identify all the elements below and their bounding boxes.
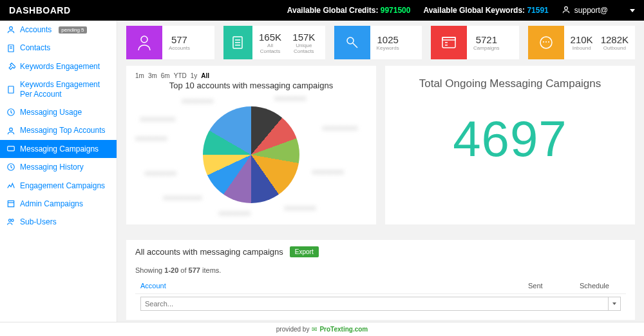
- topbar: DASHBOARD Available Global Credits: 9971…: [0, 0, 644, 21]
- range-6m[interactable]: 6m: [161, 72, 170, 79]
- col-schedule[interactable]: Schedule: [574, 278, 626, 294]
- sidebar-item-sub-users[interactable]: Sub-Users: [0, 213, 117, 231]
- stat-label: Outbound: [601, 45, 629, 51]
- pie-chart[interactable]: [203, 106, 299, 203]
- ongoing-title: Total Ongoing Messaging Campaigns: [419, 77, 601, 90]
- stat-icon: [223, 26, 253, 59]
- stat-value: 577: [169, 34, 190, 45]
- stat-label: Accounts: [169, 45, 190, 51]
- stat-icon: [126, 26, 162, 59]
- pie-chart-wrap: xxxxxxxxx xxxxxxxxx xxxxxxxxxx xxxxxxxxx…: [135, 90, 367, 219]
- svg-point-13: [141, 36, 147, 43]
- ongoing-value: 4697: [453, 110, 567, 168]
- svg-rect-10: [8, 201, 14, 206]
- sidebar: Accountspending 5ContactsKeywords Engage…: [0, 21, 117, 322]
- nav-label: Messaging Campaigns: [20, 144, 99, 153]
- showing-text: Showing 1-20 of 577 items.: [135, 266, 626, 274]
- nav-label: Messaging Usage: [20, 108, 82, 117]
- range-YTD[interactable]: YTD: [174, 72, 187, 79]
- stat-label: Unique Contacts: [289, 43, 319, 54]
- nav-label: Contacts: [20, 43, 50, 52]
- sidebar-item-messaging-history[interactable]: Messaging History: [0, 158, 117, 176]
- col-account[interactable]: Account: [135, 278, 523, 294]
- user-name: support@: [574, 6, 608, 15]
- ongoing-card: Total Ongoing Messaging Campaigns 4697: [385, 66, 635, 224]
- svg-point-7: [10, 128, 13, 131]
- stat-teal[interactable]: 165KAll Contacts157KUnique Contacts: [223, 26, 325, 59]
- nav-icon: [6, 62, 15, 71]
- stat-value: 1025: [377, 34, 399, 45]
- nav-label: Engagement Campaigns: [20, 181, 105, 190]
- global-keywords: Available Global Keywords: 71591: [423, 6, 548, 15]
- svg-point-12: [12, 219, 14, 222]
- stat-icon: [431, 26, 467, 59]
- stat-label: Keywords: [377, 45, 399, 51]
- svg-point-18: [347, 37, 354, 44]
- footer: provided by ✉ ProTexting.com: [0, 322, 644, 336]
- svg-line-19: [353, 43, 357, 48]
- nav-label: Messaging History: [20, 163, 84, 172]
- sidebar-item-messaging-top-accounts[interactable]: Messaging Top Accounts: [0, 121, 117, 139]
- stat-label: All Contacts: [259, 43, 281, 54]
- stat-orange[interactable]: 210KInbound1282KOutbound: [528, 26, 635, 59]
- nav-label: Messaging Top Accounts: [20, 126, 106, 135]
- nav-label: Keywords Engagement: [20, 62, 100, 71]
- nav-icon: [6, 85, 15, 94]
- footer-brand[interactable]: ProTexting.com: [319, 326, 368, 333]
- accounts-table-card: All accounts with messaging campaigns Ex…: [126, 240, 635, 320]
- pie-title: Top 10 accounts with messaging campaigns: [135, 81, 367, 90]
- range-3m[interactable]: 3m: [148, 72, 157, 79]
- nav-icon: [6, 126, 15, 135]
- nav-label: Sub-Users: [20, 217, 57, 226]
- sidebar-item-messaging-usage[interactable]: Messaging Usage: [0, 103, 117, 121]
- pie-card: 1m3m6mYTD1yAll Top 10 accounts with mess…: [126, 66, 376, 224]
- svg-rect-21: [442, 37, 455, 40]
- stat-value: 1282K: [601, 34, 629, 45]
- pt-logo-icon: ✉: [312, 326, 317, 333]
- nav-icon: [6, 144, 15, 153]
- nav-icon: [6, 181, 15, 190]
- svg-point-1: [10, 27, 13, 30]
- search-input[interactable]: [140, 297, 609, 311]
- stat-value: 210K: [571, 34, 593, 45]
- sidebar-item-contacts[interactable]: Contacts: [0, 39, 117, 57]
- sidebar-item-admin-campaigns[interactable]: Admin Campaigns: [0, 195, 117, 213]
- time-range: 1m3m6mYTD1yAll: [135, 72, 367, 79]
- stat-value: 5721: [473, 34, 499, 45]
- nav-icon: [6, 163, 15, 172]
- col-sent[interactable]: Sent: [523, 278, 574, 294]
- nav-icon: [6, 108, 15, 117]
- sidebar-item-accounts[interactable]: Accountspending 5: [0, 21, 117, 39]
- pending-badge: pending 5: [59, 26, 86, 34]
- nav-label: Accounts: [20, 25, 52, 34]
- nav-icon: [6, 199, 15, 208]
- stats-row: 577Accounts165KAll Contacts157KUnique Co…: [126, 26, 635, 59]
- sidebar-item-engagement-campaigns[interactable]: Engagement Campaigns: [0, 177, 117, 195]
- svg-point-0: [564, 6, 567, 10]
- svg-point-11: [9, 219, 12, 222]
- nav-icon: [6, 44, 15, 53]
- table-title: All accounts with messaging campaigns: [135, 247, 283, 257]
- nav-label: Admin Campaigns: [20, 199, 83, 208]
- sidebar-item-keywords-engagement-per-account[interactable]: Keywords Engagement Per Account: [0, 75, 117, 103]
- range-1y[interactable]: 1y: [191, 72, 198, 79]
- svg-point-27: [548, 41, 549, 43]
- svg-rect-20: [442, 37, 455, 48]
- sidebar-item-keywords-engagement[interactable]: Keywords Engagement: [0, 57, 117, 75]
- chevron-down-icon: [612, 302, 616, 305]
- export-button[interactable]: Export: [290, 246, 319, 257]
- user-icon: [562, 5, 571, 16]
- user-menu[interactable]: support@: [562, 5, 635, 16]
- stat-value: 165K: [259, 32, 281, 43]
- sidebar-item-messaging-campaigns[interactable]: Messaging Campaigns: [0, 140, 117, 158]
- search-dropdown[interactable]: [609, 297, 621, 311]
- range-1m[interactable]: 1m: [135, 72, 144, 79]
- stat-icon: [528, 26, 564, 59]
- stat-red[interactable]: 5721Campaigns: [431, 26, 519, 59]
- nav-icon: [6, 217, 15, 226]
- chevron-down-icon: [630, 9, 635, 12]
- range-All[interactable]: All: [201, 72, 209, 79]
- stat-purple[interactable]: 577Accounts: [126, 26, 214, 59]
- global-credits: Available Global Credits: 9971500: [287, 6, 411, 15]
- stat-blue[interactable]: 1025Keywords: [334, 26, 422, 59]
